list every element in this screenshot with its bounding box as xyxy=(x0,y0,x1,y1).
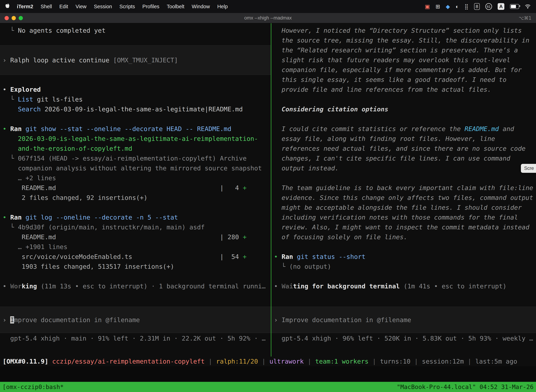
terminal-line: └ No agents completed yet xyxy=(0,26,271,36)
menu-window[interactable]: Window xyxy=(192,4,210,9)
omx-status-bar: [OMX#0.11.9] cczip/essay/ai-reimplementa… xyxy=(0,356,536,366)
terminal-line xyxy=(0,114,271,124)
terminal-line: review. Also, I might want to inspect th… xyxy=(271,222,536,232)
terminal-line: including verification notes with those … xyxy=(271,213,536,222)
right-context-status-line: gpt-5.4 xhigh · 96% left · 520K in · 5.8… xyxy=(271,333,536,346)
menu-items: iTerm2ShellEditViewSessionScriptsProfile… xyxy=(17,4,235,9)
window-grid-icon[interactable]: ⊞ xyxy=(436,4,440,9)
terminal-line: └ 4b9d30f (origin/main, instructkr/main,… xyxy=(0,222,271,232)
dots-grid-icon[interactable]: ⣿ xyxy=(464,4,469,9)
terminal-line: references need actual files, and since … xyxy=(271,144,536,154)
tmux-status-bar: [omx-cczip0:bash* "MacBook-Pro-44.local"… xyxy=(0,382,536,392)
terminal-line: provide file and line references from th… xyxy=(271,85,536,94)
left-prompt-input[interactable]: › Improve documentation in @filename xyxy=(0,307,271,333)
minimize-button[interactable] xyxy=(12,16,16,20)
window-shortcut: ⌥⌘1 xyxy=(519,15,531,21)
battery-icon[interactable] xyxy=(510,4,519,9)
key-8-icon[interactable]: 8 xyxy=(474,3,480,10)
tmux-host-clock: "MacBook-Pro-44.local" 04:52 31-Mar-26 xyxy=(397,383,534,390)
terminal-line: … +2 lines xyxy=(0,173,271,183)
terminal-line: However, I noticed the “Directory Struct… xyxy=(271,26,536,36)
terminal-line: └ (no output) xyxy=(271,262,536,271)
terminal-line: … +1901 lines xyxy=(0,242,271,252)
apple-menu[interactable] xyxy=(5,3,10,10)
terminal-line: • Waiting for background terminal (1m 41… xyxy=(271,281,536,291)
terminal-line xyxy=(271,173,536,183)
right-pane[interactable]: However, I noticed the “Directory Struct… xyxy=(271,23,536,356)
terminal-line: README.md | 280 + xyxy=(0,232,271,242)
app-icon-dark[interactable]: ◐ xyxy=(456,4,459,9)
menu-status-area: ▣⊞◆◐⣿861A xyxy=(425,3,531,10)
terminal-line xyxy=(0,271,271,281)
terminal-line: the source tree, missing the essay. Stil… xyxy=(271,36,536,45)
left-prompt-line: › Improve documentation in @filename xyxy=(0,316,140,323)
input-source-icon[interactable]: A xyxy=(498,3,504,10)
terminal-line: 1903 files changed, 513517 insertions(+) xyxy=(0,262,271,271)
terminal-line: the “Related research writing” section i… xyxy=(271,45,536,55)
wifi-icon[interactable] xyxy=(525,4,531,9)
screen-recording-icon[interactable]: ▣ xyxy=(425,4,430,9)
menu-help[interactable]: Help xyxy=(217,4,228,9)
terminal-line: I could cite commit statistics or refere… xyxy=(271,124,536,134)
menu-profiles[interactable]: Profiles xyxy=(143,4,159,9)
traffic-lights xyxy=(5,16,23,20)
menu-edit[interactable]: Edit xyxy=(59,4,68,9)
menu-session[interactable]: Session xyxy=(94,4,112,9)
apple-logo-icon xyxy=(5,3,10,10)
window-title-bar: omx --xhigh --madmax ⌥⌘1 xyxy=(0,13,536,23)
terminal-line: • Ran git log --oneline --decorate -n 5 … xyxy=(0,213,271,222)
right-pane-scrollback: However, I noticed the “Directory Struct… xyxy=(271,23,536,307)
battery-percent-icon[interactable]: 61 xyxy=(485,3,492,10)
terminal-line: slight risk that future readers may over… xyxy=(271,55,536,65)
app-icon-blue[interactable]: ◆ xyxy=(446,4,450,9)
right-prompt-input[interactable]: › Improve documentation in @filename xyxy=(271,307,536,333)
terminal-line: • Ran git show --stat --oneline --decora… xyxy=(0,124,271,134)
terminal-line: this single essay, it seems like a good … xyxy=(271,75,536,85)
left-pane[interactable]: └ No agents completed yet› Ralph loop ac… xyxy=(0,23,271,356)
terminal-line: of focusing solely on file lines. xyxy=(271,232,536,242)
terminal-line: 2026-03-09-is-legal-the-same-as-legitima… xyxy=(0,134,271,144)
terminal-area: └ No agents completed yet› Ralph loop ac… xyxy=(0,23,536,356)
terminal-line xyxy=(0,203,271,213)
screen-share-tab[interactable]: Scre xyxy=(521,164,536,173)
menu-shell[interactable]: Shell xyxy=(41,4,52,9)
right-prompt-line: › Improve documentation in @filename xyxy=(271,316,411,323)
terminal-line: src/voice/voiceModeEnabled.ts | 54 + xyxy=(0,252,271,262)
terminal-line: Considering citation options xyxy=(271,104,536,114)
terminal-line: README.md | 4 + xyxy=(0,183,271,193)
terminal-line: might be acceptable alongside the file l… xyxy=(271,203,536,213)
terminal-line xyxy=(271,242,536,252)
menu-scripts[interactable]: Scripts xyxy=(120,4,135,9)
terminal-line xyxy=(271,94,536,104)
terminal-line: companion analysis without altering the … xyxy=(0,163,271,173)
tmux-session-window[interactable]: [omx-cczip0:bash* xyxy=(2,383,64,390)
terminal-line xyxy=(271,271,536,281)
injected-prompt-box: › Ralph loop active continue [OMX_TMUX_I… xyxy=(0,45,271,75)
terminal-line: └ 067f154 (HEAD -> essay/ai-reimplementa… xyxy=(0,154,271,163)
menu-status-icons: ▣⊞◆◐⣿861A xyxy=(425,3,504,10)
bottom-gap xyxy=(0,366,536,382)
terminal-line: essay file, along with finding root file… xyxy=(271,134,536,144)
terminal-line: changes, I can't cite specific file line… xyxy=(271,154,536,163)
menu-view[interactable]: View xyxy=(76,4,86,9)
terminal-line xyxy=(271,114,536,124)
terminal-line: output instead. xyxy=(271,163,536,173)
close-button[interactable] xyxy=(5,16,9,20)
terminal-line: Search 2026-03-09-is-legal-the-same-as-l… xyxy=(0,104,271,114)
zoom-button[interactable] xyxy=(19,16,23,20)
left-pane-scrollback: └ No agents completed yet› Ralph loop ac… xyxy=(0,23,271,307)
terminal-line xyxy=(0,36,271,45)
menu-toolbelt[interactable]: Toolbelt xyxy=(167,4,184,9)
window-title: omx --xhigh --madmax xyxy=(0,15,536,21)
terminal-line: • Working (11m 13s • esc to interrupt) ·… xyxy=(0,281,271,291)
menu-bar: iTerm2ShellEditViewSessionScriptsProfile… xyxy=(0,0,536,13)
terminal-line: companion file, especially if more comme… xyxy=(271,65,536,75)
terminal-line: evidence. Since this change only affects… xyxy=(271,193,536,203)
terminal-line: 2 files changed, 92 insertions(+) xyxy=(0,193,271,203)
terminal-line: • Explored xyxy=(0,85,271,94)
left-context-status-line: gpt-5.4 xhigh · main · 91% left · 2.31M … xyxy=(0,333,271,346)
terminal-line: and-the-erosion-of-copyleft.md xyxy=(0,144,271,154)
terminal-line: └ List git ls-files xyxy=(0,94,271,104)
terminal-line xyxy=(0,75,271,85)
menu-iterm2[interactable]: iTerm2 xyxy=(17,4,33,9)
